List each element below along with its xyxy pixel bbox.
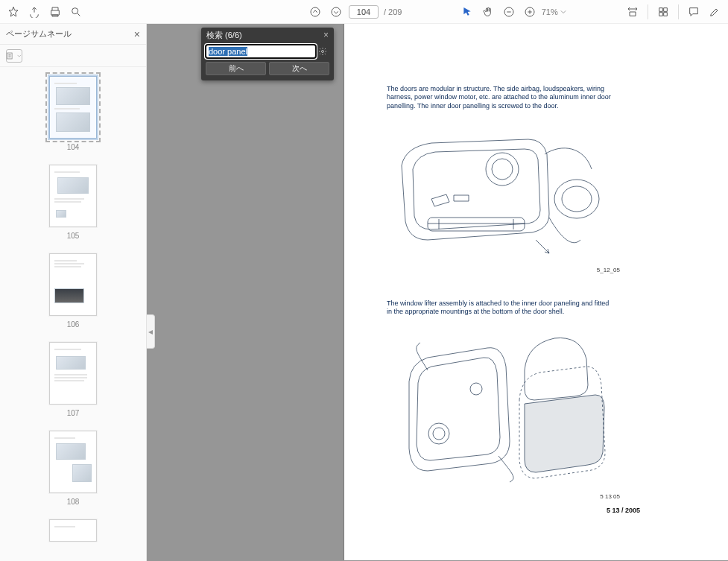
- find-close-icon[interactable]: ×: [323, 30, 329, 40]
- svg-point-9: [554, 180, 599, 218]
- thumbnail-106[interactable]: 106: [32, 253, 114, 329]
- figure-door-panel: [387, 128, 614, 270]
- upload-icon[interactable]: [24, 1, 45, 22]
- svg-point-1: [311, 7, 320, 16]
- sidebar-options-button[interactable]: [6, 49, 22, 63]
- svg-point-0: [72, 7, 78, 13]
- figure-caption-1: 5_12_05: [597, 267, 620, 273]
- thumbnail-108[interactable]: 108: [32, 431, 114, 506]
- fit-width-icon[interactable]: [622, 1, 643, 22]
- thumbnail-104[interactable]: 104: [32, 76, 114, 151]
- find-title: 検索 (6/6): [206, 30, 242, 41]
- paragraph-1: The doors are modular in structure. The …: [387, 85, 614, 110]
- thumbnail-105[interactable]: 105: [32, 165, 114, 240]
- find-next-button[interactable]: 次へ: [269, 62, 329, 75]
- pointer-icon[interactable]: [457, 1, 478, 22]
- page-footer: 5 13 / 2005: [607, 507, 640, 514]
- document-viewport[interactable]: ◂ 911 Carrera S The doors are modular in…: [147, 24, 728, 561]
- find-bar: 検索 (6/6) × 前へ 次へ: [201, 28, 334, 80]
- thumbnail-107[interactable]: 107: [32, 342, 114, 417]
- bookmark-icon[interactable]: [3, 1, 24, 22]
- svg-point-14: [322, 51, 324, 53]
- sidebar-title: ページサムネール: [6, 28, 72, 39]
- svg-point-6: [486, 153, 519, 186]
- thumbnails-list: 104 105 106: [0, 67, 146, 561]
- figure-window-lifter: [387, 329, 614, 486]
- sidebar-collapse-handle[interactable]: ◂: [147, 314, 155, 349]
- find-prev-button[interactable]: 前へ: [206, 62, 266, 75]
- paragraph-2: The window lifter assembly is attached t…: [387, 299, 614, 317]
- svg-point-13: [470, 383, 482, 395]
- sidebar-close-icon[interactable]: ×: [134, 28, 140, 40]
- find-input[interactable]: [206, 45, 316, 58]
- zoom-value-label[interactable]: 71%: [542, 7, 566, 16]
- view-mode-icon[interactable]: [653, 1, 674, 22]
- page-total-label: / 209: [384, 7, 402, 16]
- svg-point-2: [332, 7, 341, 16]
- print-icon[interactable]: [45, 1, 66, 22]
- zoom-in-icon[interactable]: [519, 1, 540, 22]
- main-toolbar: / 209 71%: [0, 0, 728, 24]
- svg-point-12: [433, 428, 445, 440]
- svg-point-7: [492, 159, 513, 180]
- page-down-icon[interactable]: [326, 1, 346, 22]
- thumbnails-sidebar: ページサムネール × 104: [0, 24, 147, 561]
- highlight-icon[interactable]: [704, 1, 725, 22]
- svg-point-10: [562, 186, 592, 212]
- comment-icon[interactable]: [683, 1, 704, 22]
- page-number-input[interactable]: [349, 5, 379, 19]
- thumbnail-partial[interactable]: [32, 519, 114, 542]
- page-up-icon[interactable]: [305, 1, 326, 22]
- document-page: 911 Carrera S The doors are modular in s…: [344, 24, 728, 560]
- find-settings-icon[interactable]: [316, 45, 329, 58]
- figure-caption-2: 5 13 05: [600, 493, 620, 500]
- zoom-search-icon[interactable]: [66, 1, 86, 22]
- zoom-out-icon[interactable]: [498, 1, 519, 22]
- hand-icon[interactable]: [478, 1, 498, 22]
- svg-point-11: [428, 423, 449, 444]
